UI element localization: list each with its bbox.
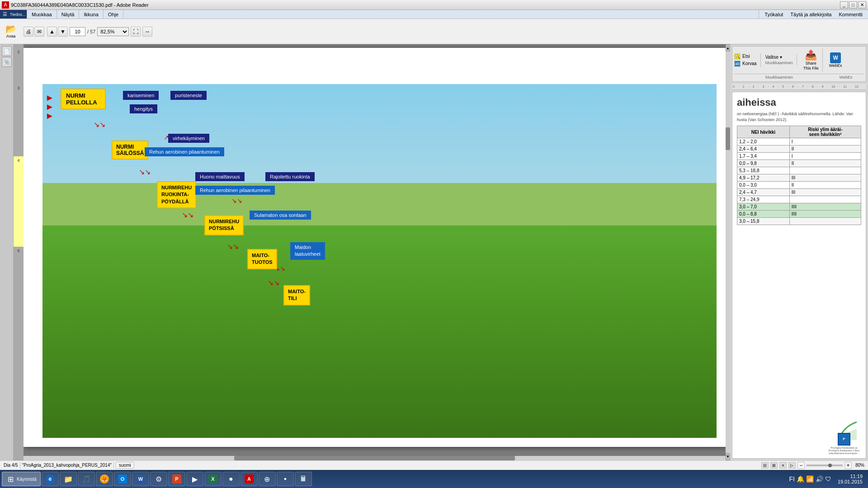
page-input[interactable]	[70, 27, 85, 36]
next-page-btn[interactable]: ▼	[58, 27, 68, 37]
prev-page-btn[interactable]: ▲	[47, 27, 57, 37]
view-grid-btn[interactable]: ⊞	[770, 462, 778, 469]
box-potsissa: NURMIREHU PÖTSISSÄ	[204, 215, 244, 235]
taskbar-calc[interactable]: 🖩	[295, 472, 312, 486]
tab-muokkaa[interactable]: Muokkaa	[27, 10, 57, 19]
taskbar-outlook[interactable]: O	[114, 472, 131, 486]
table-header-2: Riski ylim ääräi-seen hävikkiin²	[789, 126, 861, 138]
file-label[interactable]: Tiedos...	[10, 12, 25, 17]
share-button[interactable]: 📤 ShareThis File	[800, 48, 823, 72]
taskbar-excel[interactable]: X	[204, 472, 222, 486]
webex-section-label: WebEx	[828, 75, 864, 80]
folder-icon: 📁	[64, 474, 73, 483]
tab-ikkuna[interactable]: Ikkuna	[79, 10, 103, 19]
maximize-button[interactable]: □	[849, 1, 857, 9]
left-panel-btn1[interactable]: 📄	[2, 46, 12, 56]
systray-lang: FI	[789, 475, 794, 483]
taskbar-ie[interactable]: e	[42, 472, 59, 486]
taskbar-firefox[interactable]: 🦊	[96, 472, 113, 486]
view-outline-btn[interactable]: ≡	[779, 462, 787, 469]
webex-icon: W	[830, 52, 841, 63]
box-puristeneste: puristeneste	[170, 91, 207, 100]
right-table: NEl hävikki Riski ylim ääräi-seen hävikk…	[737, 126, 861, 225]
arrow-to-maito: ↘↘	[227, 242, 239, 251]
minimize-button[interactable]: _	[840, 1, 848, 9]
view-slide-btn[interactable]: ▷	[788, 462, 796, 469]
start-label: Käynnistä	[17, 477, 37, 482]
webex-button[interactable]: W WebEx	[826, 52, 846, 69]
avaa-button[interactable]: 📂 Avaa	[2, 21, 20, 42]
box-rehun-aerobinen-1: Rehun aerobinen pilaantuminen	[145, 147, 224, 156]
scrollbar-up[interactable]: ▲	[726, 44, 730, 52]
zoom-select[interactable]: 82,5% 100% 75% 50%	[97, 27, 129, 36]
page-numbers-panel: 2 3 4 5	[14, 44, 24, 460]
taskbar-word[interactable]: W	[132, 472, 149, 486]
right-panel: 🔍 Etsi ab Korvaa Valitse ▾ Muokk	[730, 44, 868, 460]
zoom-thumb[interactable]	[828, 464, 832, 467]
systray-icon4: 🛡	[825, 475, 831, 483]
box-virhekäyminen: virhekäyminen	[168, 134, 209, 143]
ribbon-tabs: ☰ Tiedos... Muokkaa Näytä Ikkuna Ohje Ty…	[0, 10, 868, 19]
window-controls[interactable]: _ □ ✕	[840, 1, 866, 9]
arrow-scatter-2: ↘↘	[231, 197, 242, 204]
taskbar-chrome[interactable]: ●	[222, 472, 240, 486]
logo-text: ProAgria Keskusten ja ProAgria Keskusten…	[826, 446, 862, 455]
slide-image-area	[42, 84, 717, 438]
app13-icon: ⊕	[263, 474, 272, 483]
file-menu-icon[interactable]: ☰	[0, 10, 10, 18]
tab-nayta[interactable]: Näytä	[57, 10, 80, 19]
table-row: 1,2 – 2,0I	[737, 138, 861, 145]
taskbar-clock: 11:19 19.01.2015	[834, 474, 866, 484]
scrollbar-h-thumb[interactable]	[234, 456, 515, 460]
zoom-slider[interactable]	[807, 465, 843, 466]
zoom-plus-btn[interactable]: +	[844, 462, 852, 469]
box-ruokintapoydalla: NURMIREHU RUOKINTA- PÖYDÄLLÄ	[157, 181, 196, 208]
dia-label: Dia 4/5	[4, 463, 18, 468]
taskbar-music[interactable]: 🎵	[78, 472, 95, 486]
tools-btn[interactable]: Työkalut	[761, 12, 787, 17]
nav-toolbar: 📂 Avaa 🖨 ✉ ▲ ▼ / 57 82,5% 100% 75% 50% ⛶…	[0, 19, 868, 44]
page-num-3: 3	[14, 84, 24, 156]
box-nurmi-pellolla: NURMI PELLOLLA	[61, 89, 106, 109]
systray-icon2: 📶	[806, 475, 814, 483]
taskbar-app7[interactable]: ⚙	[150, 472, 167, 486]
left-panel-btn2[interactable]: 📎	[2, 57, 12, 67]
pdf-scrollbar-v[interactable]: ▲ ▼	[726, 44, 730, 460]
print-btn[interactable]: 🖨	[24, 27, 33, 37]
arrow-mid-1: ↘↘	[139, 168, 151, 176]
taskbar-app13[interactable]: ⊕	[259, 472, 276, 486]
arrow-down-1: ↘↘	[94, 120, 105, 129]
email-btn[interactable]: ✉	[34, 27, 44, 37]
select-group: Valitse ▾ Muokkaaminen	[764, 55, 797, 65]
taskbar-acrobat[interactable]: A	[241, 472, 258, 486]
zoom-minus-btn[interactable]: −	[797, 462, 805, 469]
taskbar-app14[interactable]: ▪	[277, 472, 294, 486]
view-normal-btn[interactable]: ⊟	[761, 462, 769, 469]
scrollbar-thumb[interactable]	[726, 127, 730, 150]
close-button[interactable]: ✕	[858, 1, 866, 9]
language-button[interactable]: suomi	[116, 462, 134, 469]
kommentti-btn[interactable]: Kommentti	[835, 12, 866, 17]
systray: FI 🔔 📶 🔊 🛡	[787, 475, 833, 483]
taytta-btn[interactable]: Täytä ja allekirjoita	[787, 12, 835, 17]
taskbar-folder[interactable]: 📁	[60, 472, 77, 486]
scrollbar-down[interactable]: ▼	[726, 453, 730, 460]
box-maidon-laatu: Maidon laatuvirheet	[290, 242, 325, 260]
box-maitotuotos: MAITO- TUOTOS	[247, 249, 277, 269]
taskbar-media[interactable]: ▶	[186, 472, 203, 486]
table-row: 2,4 – 6,4II	[737, 145, 861, 153]
window-title: 9C038FA36044A389E040A8C0033C1530.pdf - A…	[11, 2, 840, 8]
tab-ohje[interactable]: Ohje	[104, 10, 123, 19]
fit-width-btn[interactable]: ↔	[142, 27, 152, 37]
right-ribbon: 🔍 Etsi ab Korvaa Valitse ▾ Muokk	[732, 46, 866, 82]
fit-btn[interactable]: ⛶	[131, 27, 141, 37]
zoom-percent: 80%	[855, 463, 864, 468]
taskbar-ppt[interactable]: P	[168, 472, 185, 486]
box-hengitys: hengitys	[130, 104, 157, 113]
outlook-icon: O	[118, 474, 127, 483]
start-button[interactable]: ⊞ Käynnistä	[2, 472, 41, 486]
pdf-scrollbar-h[interactable]	[24, 456, 726, 460]
ribbon: ☰ Tiedos... Muokkaa Näytä Ikkuna Ohje Ty…	[0, 10, 868, 44]
time-display: 11:19	[838, 474, 863, 479]
separator2	[113, 462, 114, 469]
